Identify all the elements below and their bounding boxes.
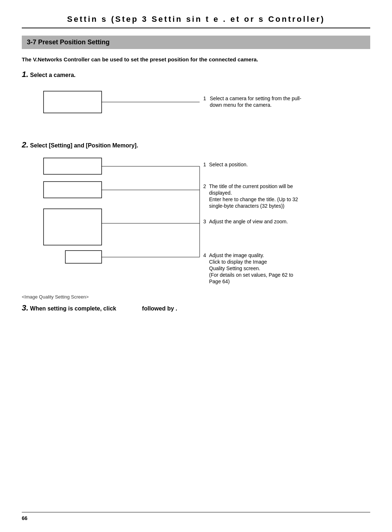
step1-diagram: 1 Select a camera for setting from the p… [22,86,370,126]
ann2-2-text-1: The title of the current position will b… [209,183,293,189]
step3-space [118,305,140,312]
page-number: 66 [22,515,28,521]
section-title: 3-7 Preset Position Setting [22,36,370,49]
ann1-text-1: Select a camera for setting from the pul… [210,96,301,101]
page-footer: 66 [22,512,370,521]
step3-end: . [176,305,177,312]
ann2-2-num: 2 [203,183,206,189]
step1-label: Select a camera. [30,72,75,78]
page-container: Settin s (Step 3 Settin sin t e . et or … [0,0,392,532]
step2-number: 2. [22,140,28,149]
step1-heading: 1. Select a camera. [22,70,370,79]
step3-heading: 3. When setting is complete, click follo… [22,303,370,313]
quality-btn-box [65,251,102,263]
step2-heading: 2. Select [Setting] and [Position Memory… [22,140,370,150]
img-quality-caption: <Image Quality Setting Screen> [22,294,370,300]
step2-svg: 1 Select a position. 2 The title of the … [22,156,370,287]
ann2-3-text: Adjust the angle of view and zoom. [209,219,288,224]
pos-title-box [44,182,102,198]
step1-number: 1. [22,70,28,79]
ann2-4-text-5: Page 64) [209,279,230,284]
ann2-2-text-3: Enter here to change the title. (Up to 3… [209,196,298,202]
step2-diagram: 1 Select a position. 2 The title of the … [22,156,370,287]
ann2-4-text-1: Adjust the image quality. [209,252,264,258]
camera-box [44,91,102,113]
header-title: Settin s (Step 3 Settin sin t e . et or … [22,15,370,24]
ann2-1-text: Select a position. [209,162,248,167]
ann1-text-2: down menu for the camera. [210,102,271,108]
pos-select-box [44,158,102,174]
ann2-2-text-2: displayed. [209,190,232,196]
step3-number: 3. [22,303,28,312]
step2-label: Select [Setting] and [Position Memory]. [30,142,138,149]
main-view-box [44,209,102,245]
ann2-1-num: 1 [203,162,206,167]
ann2-4-text-3: Quality Setting screen. [209,265,260,271]
step3-label: When setting is complete, click [30,305,116,312]
ann2-3-num: 3 [203,219,206,224]
intro-text: The V.Networks Controller can be used to… [22,56,370,64]
step3-followed: followed by [142,305,174,312]
ann2-4-num: 4 [203,252,206,258]
ann1-num: 1 [203,96,206,101]
page-header: Settin s (Step 3 Settin sin t e . et or … [22,15,370,28]
section-title-text: 3-7 Preset Position Setting [27,38,110,46]
ann2-4-text-2: Click to display the Image [209,259,267,265]
ann2-4-text-4: (For details on set values, Page 62 to [209,272,293,278]
ann2-2-text-4: single-byte characters (32 bytes)) [209,203,285,209]
step1-svg: 1 Select a camera for setting from the p… [22,86,370,126]
